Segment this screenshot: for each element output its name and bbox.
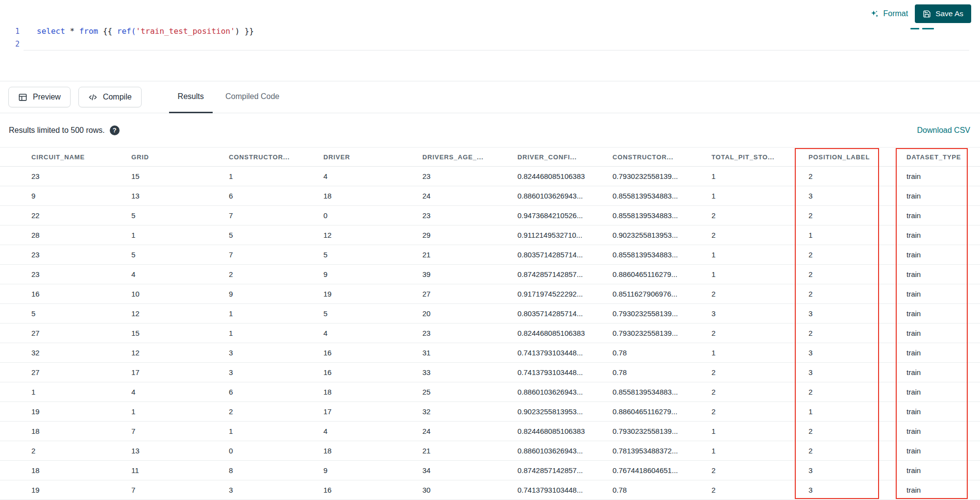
table-cell: 2 bbox=[808, 172, 906, 180]
table-cell: 1 bbox=[229, 329, 323, 337]
column-header[interactable]: GRID bbox=[131, 153, 229, 161]
table-cell: 20 bbox=[422, 309, 517, 318]
column-header[interactable]: DRIVER bbox=[323, 153, 422, 161]
compile-button[interactable]: Compile bbox=[78, 87, 142, 107]
table-cell: 4 bbox=[131, 388, 229, 396]
table-cell: 2 bbox=[808, 290, 906, 298]
table-cell: 18 bbox=[323, 388, 422, 396]
table-cell: 23 bbox=[31, 270, 131, 278]
table-cell: train bbox=[906, 349, 980, 357]
preview-button[interactable]: Preview bbox=[8, 87, 71, 107]
table-cell: 2 bbox=[711, 290, 808, 298]
table-cell: 0.7930232558139... bbox=[612, 172, 711, 180]
code-icon bbox=[88, 93, 98, 102]
table-cell: 23 bbox=[422, 211, 517, 220]
editor-actions: Format Save As bbox=[870, 4, 971, 23]
column-header[interactable]: CONSTRUCTOR... bbox=[612, 153, 711, 161]
table-cell: 2 bbox=[808, 329, 906, 337]
table-cell: train bbox=[906, 250, 980, 259]
table-cell: 0.8860103626943... bbox=[517, 447, 612, 455]
table-cell: 24 bbox=[422, 427, 517, 435]
column-header[interactable]: DRIVER_CONFI... bbox=[517, 153, 612, 161]
table-cell: 0.7813953488372... bbox=[612, 447, 711, 455]
column-header[interactable]: CIRCUIT_NAME bbox=[31, 153, 131, 161]
table-cell: 3 bbox=[229, 349, 323, 357]
table-cell: 23 bbox=[422, 329, 517, 337]
table-cell: 3 bbox=[808, 466, 906, 475]
table-cell: 1 bbox=[31, 388, 131, 396]
column-header[interactable]: DATASET_TYPE bbox=[906, 153, 980, 161]
table-cell: 0.824468085106383 bbox=[517, 172, 612, 180]
table-cell: 0.824468085106383 bbox=[517, 427, 612, 435]
table-header-row: CIRCUIT_NAMEGRIDCONSTRUCTOR...DRIVERDRIV… bbox=[0, 147, 980, 167]
table-cell: 1 bbox=[808, 407, 906, 416]
table-cell: train bbox=[906, 231, 980, 239]
code-token: select bbox=[37, 26, 65, 36]
table-cell: 0.7413793103448... bbox=[517, 349, 612, 357]
table-cell: 9 bbox=[323, 270, 422, 278]
table-cell: 0.9171974522292... bbox=[517, 290, 612, 298]
results-limit-text: Results limited to 500 rows. bbox=[9, 126, 105, 135]
table-cell: 1 bbox=[711, 192, 808, 200]
table-cell: 2 bbox=[711, 368, 808, 376]
table-row: 22570230.9473684210526...0.8558139534883… bbox=[0, 206, 980, 225]
column-header[interactable]: TOTAL_PIT_STO... bbox=[711, 153, 808, 161]
table-cell: 12 bbox=[131, 309, 229, 318]
table-cell: 2 bbox=[711, 466, 808, 475]
table-row: 1610919270.9171974522292...0.85116279069… bbox=[0, 284, 980, 304]
table-cell: 3 bbox=[229, 486, 323, 494]
table-cell: 5 bbox=[131, 250, 229, 259]
table-cell: 21 bbox=[422, 250, 517, 259]
table-row: 913618240.8860103626943...0.855813953488… bbox=[0, 186, 980, 206]
code-token: * bbox=[70, 26, 74, 36]
table-cell: 0.78 bbox=[612, 368, 711, 376]
table-cell: 0 bbox=[323, 211, 422, 220]
column-header[interactable]: DRIVERS_AGE_... bbox=[422, 153, 517, 161]
table-cell: 3 bbox=[808, 192, 906, 200]
table-cell: 0.7930232558139... bbox=[612, 309, 711, 318]
table-cell: 7 bbox=[131, 427, 229, 435]
column-header[interactable]: CONSTRUCTOR... bbox=[229, 153, 323, 161]
table-cell: 0.7930232558139... bbox=[612, 427, 711, 435]
table-cell: 8 bbox=[229, 466, 323, 475]
table-row: 18714240.8244680851063830.7930232558139.… bbox=[0, 422, 980, 441]
tab-results[interactable]: Results bbox=[169, 81, 213, 113]
table-cell: 1 bbox=[711, 250, 808, 259]
code-text[interactable]: select * from {{ ref('train_test_positio… bbox=[24, 25, 969, 38]
table-cell: 5 bbox=[323, 309, 422, 318]
line-number-1: 1 bbox=[0, 25, 24, 38]
table-cell: 13 bbox=[131, 192, 229, 200]
table-row: 191217320.9023255813953...0.886046511627… bbox=[0, 402, 980, 422]
code-line-2[interactable]: 2 bbox=[0, 38, 980, 50]
table-cell: 0.7674418604651... bbox=[612, 466, 711, 475]
table-cell: 1 bbox=[711, 427, 808, 435]
code-text-empty[interactable] bbox=[24, 38, 969, 50]
table-cell: train bbox=[906, 309, 980, 318]
format-button[interactable]: Format bbox=[870, 9, 908, 19]
tab-compiled-code[interactable]: Compiled Code bbox=[217, 81, 288, 113]
table-cell: 27 bbox=[31, 368, 131, 376]
sparkles-icon bbox=[870, 9, 879, 19]
table-row: 271514230.8244680851063830.7930232558139… bbox=[0, 324, 980, 343]
code-line-1[interactable]: 1 select * from {{ ref('train_test_posit… bbox=[0, 25, 980, 38]
sql-editor[interactable]: Format Save As 1 select * from {{ ref('t… bbox=[0, 0, 980, 81]
table-cell: 2 bbox=[808, 250, 906, 259]
help-icon[interactable]: ? bbox=[110, 125, 120, 135]
download-csv-link[interactable]: Download CSV bbox=[917, 126, 971, 135]
table-cell: 0.9023255813953... bbox=[612, 231, 711, 239]
table-cell: 16 bbox=[323, 368, 422, 376]
sql-ide-panel: Format Save As 1 select * from {{ ref('t… bbox=[0, 0, 980, 500]
save-as-button[interactable]: Save As bbox=[915, 4, 971, 23]
table-cell: 1 bbox=[711, 447, 808, 455]
table-cell: train bbox=[906, 368, 980, 376]
table-cell: 30 bbox=[422, 486, 517, 494]
code-token: ref( bbox=[117, 26, 136, 36]
code-area[interactable]: 1 select * from {{ ref('train_test_posit… bbox=[0, 0, 980, 50]
table-cell: train bbox=[906, 388, 980, 396]
save-icon bbox=[923, 10, 931, 18]
table-cell: 2 bbox=[711, 388, 808, 396]
column-header[interactable]: POSITION_LABEL bbox=[808, 153, 906, 161]
table-cell: 18 bbox=[323, 192, 422, 200]
table-row: 51215200.8035714285714...0.7930232558139… bbox=[0, 304, 980, 324]
table-cell: 9 bbox=[323, 466, 422, 475]
